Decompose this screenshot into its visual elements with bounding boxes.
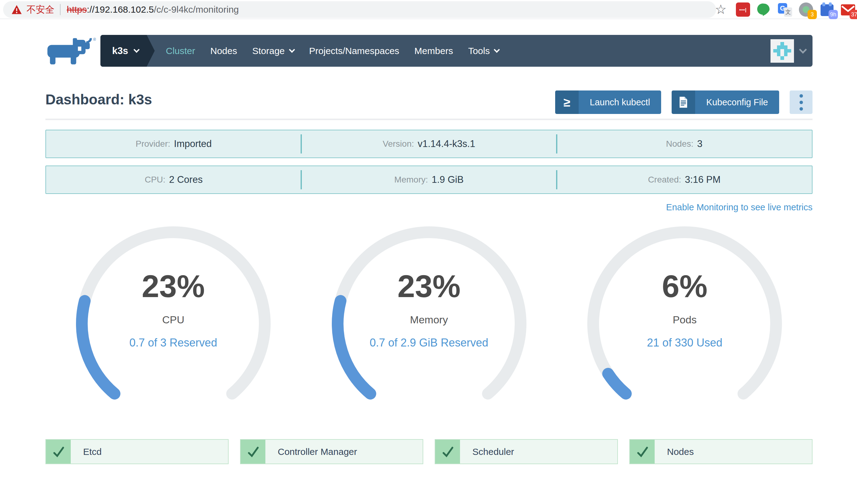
security-warning-icon [11,5,22,15]
chevron-down-icon [133,47,140,53]
memory-gauge: 23% Memory 0.7 of 2.9 GiB Reserved [301,222,557,401]
translate-char-glyph: 文 [784,7,792,17]
version-cell: Version: v1.14.4-k3s.1 [301,130,556,157]
cluster-selector[interactable]: k3s [100,35,155,67]
capacity-info-banner: CPU: 2 Cores Memory: 1.9 GiB Created: 3:… [46,166,812,194]
url-host: ://192.168.102.5 [87,4,154,15]
pods-percent: 6% [583,271,787,302]
chat-bubble-extension-icon[interactable] [757,2,771,17]
svg-text:®: ® [93,37,96,42]
mail-extension-icon[interactable]: 37 [841,2,855,17]
controller-manager-status: Controller Manager [240,439,423,464]
scheduler-status: Scheduler [435,439,618,464]
chevron-down-icon [494,47,500,53]
browser-extensions: ☆ •••| G 文 3 9h 37 [715,2,855,17]
nodes-count-cell: Nodes: 3 [557,130,812,157]
monitor-extension-icon[interactable]: 3 [799,2,813,17]
chevron-down-icon [289,47,295,53]
lastpass-extension-icon[interactable]: •••| [736,2,750,17]
nav-item-projects-namespaces[interactable]: Projects/Namespaces [309,46,400,56]
calendar-tab-right [829,2,832,6]
header-divider [46,119,812,120]
cpu-gauge-title: CPU [71,314,275,326]
nav-item-storage[interactable]: Storage [252,46,294,56]
calendar-badge: 9h [828,10,838,19]
cpu-percent: 23% [71,271,275,302]
browser-toolbar: 不安全 https ://192.168.102.5 /c/c-9l4kc/mo… [0,0,857,19]
terminal-icon: ≥ [555,90,578,114]
launch-kubectl-label: Launch kubectl [578,90,661,114]
nav-items: Cluster Nodes Storage Projects/Namespace… [166,46,499,56]
header-actions: ≥ Launch kubectl Kubeconfig File [555,90,812,114]
url-scheme: https [67,4,87,15]
page-title: Dashboard: k3s [46,91,152,108]
address-divider [60,4,61,15]
memory-gauge-title: Memory [327,314,531,326]
rancher-logo[interactable]: ® [46,36,99,66]
translate-extension-icon[interactable]: G 文 [778,2,792,17]
bookmark-star-icon[interactable]: ☆ [715,3,727,16]
check-icon [241,440,265,464]
created-cell: Created: 3:16 PM [557,166,812,193]
nodes-status: Nodes [629,439,812,464]
launch-kubectl-button[interactable]: ≥ Launch kubectl [555,90,661,114]
address-bar[interactable]: 不安全 https ://192.168.102.5 /c/c-9l4kc/mo… [3,1,716,18]
gauges-row: 23% CPU 0.7 of 3 Reserved 23% Memory 0.7… [46,222,812,401]
pods-gauge-detail: 21 of 330 Used [583,336,787,349]
nav-item-cluster[interactable]: Cluster [166,46,195,56]
cluster-selector-label: k3s [112,46,128,56]
memory-percent: 23% [327,271,531,302]
component-status-row: Etcd Controller Manager Scheduler Nodes [46,439,812,464]
kubeconfig-file-button[interactable]: Kubeconfig File [672,90,779,114]
kubeconfig-file-label: Kubeconfig File [695,90,779,114]
enable-monitoring-link[interactable]: Enable Monitoring to see live metrics [666,202,812,212]
calendar-tab-left [822,2,825,6]
avatar-identicon [771,39,794,63]
mail-badge: 37 [850,10,857,19]
check-icon [630,440,655,464]
memory-cell: Memory: 1.9 GiB [301,166,556,193]
nav-item-tools[interactable]: Tools [468,46,499,56]
pods-gauge-title: Pods [583,314,787,326]
nav-item-members[interactable]: Members [414,46,453,56]
etcd-status: Etcd [46,439,229,464]
cpu-gauge: 23% CPU 0.7 of 3 Reserved [46,222,301,401]
memory-gauge-detail: 0.7 of 2.9 GiB Reserved [327,336,531,349]
url-path: /c/c-9l4kc/monitoring [154,4,239,15]
pods-gauge: 6% Pods 21 of 330 Used [557,222,812,401]
file-icon [672,90,695,114]
check-icon [435,440,460,464]
check-icon [46,440,71,464]
app-navbar: k3s Cluster Nodes Storage Projects/Names… [100,35,812,67]
chevron-down-icon [799,46,807,53]
more-actions-button[interactable] [790,90,812,114]
provider-cell: Provider: Imported [46,130,301,157]
security-warning-label[interactable]: 不安全 [27,3,54,16]
cpu-gauge-detail: 0.7 of 3 Reserved [71,336,275,349]
cpu-cell: CPU: 2 Cores [46,166,301,193]
monitor-badge: 3 [808,10,817,19]
nav-item-nodes[interactable]: Nodes [211,46,237,56]
cluster-info-banner: Provider: Imported Version: v1.14.4-k3s.… [46,130,812,158]
user-menu[interactable] [771,39,812,63]
calendar-extension-icon[interactable]: 9h [820,2,834,17]
